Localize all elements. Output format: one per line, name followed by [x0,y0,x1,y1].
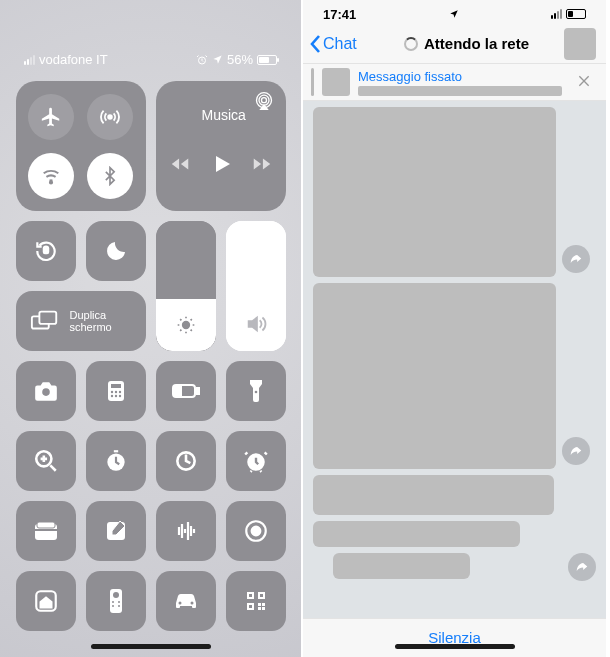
calculator-button[interactable] [86,361,146,421]
wallet-button[interactable] [16,501,76,561]
chat-avatar[interactable] [564,28,596,60]
pinned-indicator [311,68,314,96]
svg-rect-30 [35,529,57,531]
control-center-screen: vodafone IT 56% [0,0,303,657]
alarm-button[interactable] [226,431,286,491]
message-bubble[interactable] [313,475,554,515]
svg-point-2 [50,181,52,183]
pinned-thumbnail [322,68,350,96]
volume-icon [226,313,286,339]
wifi-button[interactable] [28,153,74,199]
screen-mirror-icon [30,309,60,333]
svg-rect-50 [249,594,252,597]
qr-scan-button[interactable] [226,571,286,631]
home-indicator[interactable] [395,644,515,649]
svg-point-42 [190,602,193,605]
battery-icon [566,9,586,19]
do-not-disturb-button[interactable] [86,221,146,281]
voice-memos-button[interactable] [156,501,216,561]
screen-record-button[interactable] [226,501,286,561]
svg-rect-46 [258,603,261,606]
back-button[interactable]: Chat [309,34,379,54]
remote-button[interactable] [86,571,146,631]
volume-slider[interactable] [226,221,286,351]
next-track-button[interactable] [251,153,273,175]
home-button[interactable] [16,571,76,631]
svg-point-22 [254,391,257,394]
nav-title: Attendo la rete [424,35,529,52]
svg-point-7 [182,322,189,329]
magnifier-button[interactable] [16,431,76,491]
chat-scroll-area[interactable] [303,101,606,618]
flashlight-button[interactable] [226,361,286,421]
pinned-close-button[interactable] [570,71,598,94]
mute-button[interactable]: Silenzia [303,618,606,656]
share-button[interactable] [568,553,596,581]
airplane-mode-button[interactable] [28,94,74,140]
notes-button[interactable] [86,501,146,561]
music-title: Musica [202,107,274,123]
low-power-button[interactable] [156,361,216,421]
screen-mirroring-button[interactable]: Duplica schermo [16,291,146,351]
svg-point-18 [118,395,120,397]
svg-point-3 [261,98,266,103]
svg-point-13 [110,391,112,393]
status-bar: vodafone IT 56% [0,0,301,73]
alarm-status-icon [196,54,208,66]
svg-rect-47 [262,603,265,606]
brightness-icon [176,315,196,335]
svg-rect-25 [113,450,117,452]
bluetooth-button[interactable] [87,153,133,199]
svg-point-33 [251,527,260,536]
timer-button[interactable] [156,431,216,491]
signal-icon [24,55,35,65]
svg-point-40 [118,605,120,607]
carplay-button[interactable] [156,571,216,631]
back-label: Chat [323,35,357,53]
battery-pct: 56% [227,52,253,67]
svg-point-36 [113,592,119,598]
prev-track-button[interactable] [169,153,191,175]
stopwatch-button[interactable] [86,431,146,491]
message-bubble[interactable] [313,107,556,277]
svg-rect-51 [260,594,263,597]
music-tile[interactable]: Musica [156,81,286,211]
svg-point-15 [118,391,120,393]
pinned-preview [358,86,562,96]
svg-point-17 [114,395,116,397]
location-status-icon [449,9,459,19]
rotation-lock-button[interactable] [16,221,76,281]
svg-rect-9 [39,312,56,324]
message-bubble[interactable] [333,553,470,579]
pinned-message-bar[interactable]: Messaggio fissato [303,64,606,101]
location-status-icon [212,54,223,65]
chevron-left-icon [309,34,323,54]
svg-point-37 [112,601,114,603]
connectivity-group[interactable] [16,81,146,211]
share-button[interactable] [562,437,590,465]
brightness-slider[interactable] [156,221,216,351]
svg-point-10 [42,388,50,396]
share-button[interactable] [562,245,590,273]
screen-mirror-label-2: schermo [70,321,112,333]
pinned-title: Messaggio fissato [358,69,562,84]
svg-point-1 [108,115,112,119]
close-icon [576,73,592,89]
message-bubble[interactable] [313,283,556,469]
battery-icon [257,55,277,65]
status-time: 17:41 [323,7,356,22]
share-arrow-icon [569,252,583,266]
svg-point-4 [259,95,269,105]
svg-rect-29 [37,522,55,528]
status-bar: 17:41 [303,0,606,24]
svg-point-14 [114,391,116,393]
message-bubble[interactable] [313,521,520,547]
telegram-screen: 17:41 Chat Attendo la rete Messaggio fis… [303,0,606,657]
svg-point-38 [118,601,120,603]
svg-point-39 [112,605,114,607]
cellular-data-button[interactable] [87,94,133,140]
home-indicator[interactable] [91,644,211,649]
svg-rect-12 [111,384,121,388]
camera-button[interactable] [16,361,76,421]
play-button[interactable] [209,152,233,176]
